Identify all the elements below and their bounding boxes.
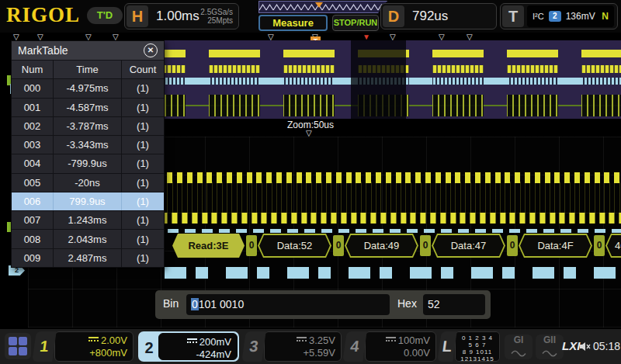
memory-depth: 25Mpts — [200, 16, 233, 25]
sample-rate: 2.5GSa/s — [200, 8, 233, 16]
menu-grid-icon[interactable] — [5, 333, 31, 359]
decode-segment-data-partial: 4C — [605, 234, 621, 258]
delay-value: 792us — [406, 9, 448, 24]
delay-block[interactable]: D 792us — [380, 3, 497, 29]
logic-channels-row1: 0 1 2 3 4 5 6 7 — [460, 335, 495, 348]
table-row[interactable]: 0071.243ms(1) — [12, 210, 164, 229]
mark-table-titlebar[interactable]: MarkTable ✕ — [12, 41, 164, 60]
ch4-scale: 100mV — [398, 335, 430, 346]
sine-wave-icon — [511, 350, 526, 357]
channel-2-block-selected[interactable]: 2 200mV -424mV — [138, 331, 239, 362]
rigol-logo: RIGOL — [6, 3, 80, 27]
dc-coupling-icon — [386, 337, 396, 344]
decode-ack-bit: 0 — [507, 235, 518, 256]
mark-table-title: MarkTable — [18, 44, 68, 57]
generator-1-block[interactable]: GI — [505, 335, 533, 359]
decode-segment-data: Data:47 — [432, 234, 505, 258]
trigger-status-badge: T'D — [87, 7, 123, 24]
bin-label: Bin — [163, 297, 179, 310]
mark-table-window: MarkTable ✕ Num Time Count 000-4.975ms(1… — [11, 40, 165, 268]
mark-table-header: Num Time Count — [12, 60, 164, 78]
logic-analyzer-block[interactable]: L 0 1 2 3 4 5 6 7 8 9 1011 12131415 — [439, 331, 500, 362]
zoom-region-band[interactable] — [351, 40, 406, 119]
table-row[interactable]: 001-4.587ms(1) — [12, 98, 164, 116]
ch4-offset: 0.00V — [369, 347, 430, 359]
t-label: T — [502, 5, 524, 27]
trigger-type-icon: I²C — [533, 12, 544, 21]
close-icon[interactable]: ✕ — [144, 43, 158, 57]
logic-channels-row2: 8 9 1011 12131415 — [460, 348, 495, 362]
preview-waveform-icon — [259, 2, 387, 13]
decode-segment-data: Data:52 — [258, 234, 331, 258]
decode-segment-data: Data:49 — [345, 234, 418, 258]
channel-4-number: 4 — [342, 331, 366, 362]
ch2-scale: 200mV — [199, 336, 231, 348]
dc-coupling-icon — [88, 337, 99, 344]
table-row[interactable]: 000-4.975ms(1) — [12, 78, 164, 97]
ch1-scale: 2.00V — [101, 335, 127, 346]
decode-ack-bit: 0 — [594, 235, 605, 256]
hex-label: Hex — [397, 297, 417, 310]
waveform-screen: ▽ ▽ ▽ ▽ ▽ ▽ ▼ ▽ ▽ ▽ T Zoom:50us ▽ Read:3… — [0, 33, 621, 329]
trigger-level: 136mV — [566, 11, 595, 22]
ch3-scale: 3.25V — [309, 335, 335, 346]
sine-wave-icon — [542, 350, 557, 357]
dc-coupling-icon — [187, 338, 197, 345]
ch2-bit-peaks — [168, 229, 621, 233]
h-label: H — [127, 5, 148, 27]
top-status-bar: RIGOL T'D H 1.00ms 2.5GSa/s 25Mpts Measu… — [0, 0, 621, 33]
stop-run-button[interactable]: STOP/RUN — [332, 15, 379, 31]
table-row[interactable]: 002-3.787ms(1) — [12, 116, 164, 135]
decode-segment-read: Read:3E — [172, 234, 245, 258]
speaker-muted-icon — [579, 341, 591, 355]
decode-ack-bit: 0 — [420, 235, 431, 256]
trigger-slope: N — [602, 11, 609, 22]
bin-cursor: 0 — [191, 298, 199, 310]
decode-segment-data: Data:4F — [519, 234, 592, 258]
table-row[interactable]: 0092.487ms(1) — [12, 248, 164, 267]
ch2-offset: -424mV — [162, 348, 231, 361]
channel-3-number: 3 — [241, 331, 265, 362]
channel-status-bar: 1 2.00V +800mV 2 200mV -424mV 3 3.25V +5… — [0, 329, 621, 364]
timebase-value: 1.00ms — [150, 9, 199, 24]
trigger-source-badge: 2 — [549, 11, 561, 22]
table-row[interactable]: 003-3.343ms(1) — [12, 135, 164, 154]
d-label: D — [383, 5, 404, 27]
table-row-selected[interactable]: 006799.9us(1) — [12, 192, 164, 210]
system-clock: 05:18 — [593, 340, 620, 352]
hex-value-field: 52 — [423, 294, 485, 315]
table-row[interactable]: 0082.043ms(1) — [12, 229, 164, 248]
channel-4-block[interactable]: 4 100mV 0.00V — [345, 331, 436, 362]
ch3-offset: +5.59V — [268, 347, 335, 359]
trigger-block[interactable]: T I²C 2 136mV N — [500, 3, 618, 29]
channel-1-number: 1 — [32, 331, 56, 362]
binhex-readout-panel: Bin 0101 0010 Hex 52 — [155, 290, 491, 319]
horizontal-timebase-block[interactable]: H 1.00ms 2.5GSa/s 25Mpts — [124, 3, 239, 29]
table-row[interactable]: 004-799.9us(1) — [12, 154, 164, 172]
generator-2-block[interactable]: GII — [536, 335, 564, 359]
channel-1-block[interactable]: 1 2.00V +800mV — [34, 331, 134, 362]
logic-label: L — [437, 331, 456, 362]
decode-ack-bit: 0 — [333, 235, 344, 256]
table-row[interactable]: 005-20ns(1) — [12, 173, 164, 192]
channel-2-number: 2 — [140, 333, 158, 360]
decode-ack-bit: 0 — [246, 235, 257, 256]
preview-trigger-marker-icon — [315, 2, 323, 8]
ch1-offset: +800mV — [58, 347, 127, 359]
channel-3-block[interactable]: 3 3.25V +5.59V — [244, 331, 342, 362]
bin-value: 101 0010 — [199, 298, 244, 310]
bin-value-field[interactable]: 0101 0010 — [186, 294, 390, 315]
dc-coupling-icon — [297, 337, 307, 344]
acquisition-preview-strip — [258, 1, 387, 13]
ch2-data-waveform — [165, 267, 621, 279]
lxi-indicator: LXI — [562, 339, 580, 352]
measure-button[interactable]: Measure — [258, 15, 328, 31]
